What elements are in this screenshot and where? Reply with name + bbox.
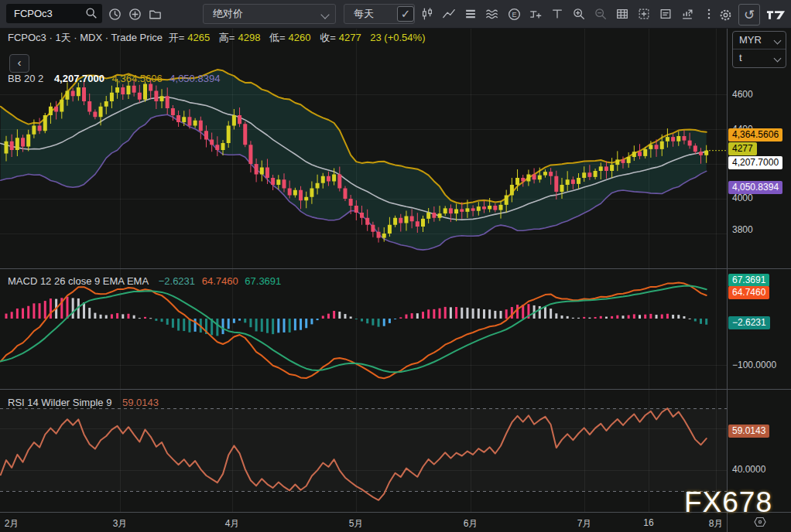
interval-label: 每天 xyxy=(354,8,374,19)
macd-signal-value: 67.3691 xyxy=(245,275,281,287)
close-value: 4277 xyxy=(339,32,361,43)
time-label: 6月 xyxy=(453,517,488,530)
price-badge: 4,207.7000 xyxy=(728,156,782,169)
time-label: 4月 xyxy=(214,517,250,530)
rsi-value: 59.0143 xyxy=(122,397,159,408)
chevron-down-icon xyxy=(774,55,782,63)
axis-unit-box: MYR t xyxy=(732,31,786,68)
unit-label: t xyxy=(739,52,742,63)
time-label: 3月 xyxy=(102,517,138,530)
axis-settings-icon[interactable] xyxy=(754,516,766,531)
toolbar-icon-strip: ✓E xyxy=(398,5,717,23)
currency-label: MYR xyxy=(739,34,762,46)
circled-e-icon[interactable]: E xyxy=(506,5,522,23)
macd-name[interactable]: MACD 12 26 close 9 EMA EMA xyxy=(8,275,149,287)
price-badge: 4,050.8394 xyxy=(728,181,782,194)
price-mode-label: 绝对价 xyxy=(213,8,243,19)
macd-hist-value: −2.6231 xyxy=(159,275,195,287)
layout-folder-icon[interactable] xyxy=(146,5,164,23)
macd-legend: MACD 12 26 close 9 EMA EMA −2.6231 64.74… xyxy=(8,275,281,287)
rsi-legend: RSI 14 Wilder Simple 9 59.0143 xyxy=(8,397,159,408)
gear-icon[interactable] xyxy=(718,5,733,25)
change-value: 23 (+0.54%) xyxy=(370,32,425,43)
price-mode-dropdown[interactable]: 绝对价 xyxy=(203,4,336,24)
table-icon[interactable] xyxy=(615,5,630,23)
time-label: 16 xyxy=(631,517,666,528)
price-badge: 67.3691 xyxy=(728,274,769,287)
bb-basis-value: 4,207.7000 xyxy=(54,73,104,84)
toolbar-right-group: ↺ xyxy=(718,4,786,26)
screenshot-icon[interactable] xyxy=(636,5,652,23)
high-label: 高= xyxy=(219,32,235,43)
close-label: 收= xyxy=(320,32,336,43)
currency-selector[interactable]: MYR xyxy=(733,32,786,49)
symbol-text: FCPOc3 xyxy=(14,8,53,19)
candlestick-icon[interactable] xyxy=(419,5,435,23)
collapse-legend-button[interactable]: ‹ xyxy=(9,54,29,73)
bb-legend: BB 20 2 4,207.7000 4,364.5606 4,050.8394 xyxy=(8,73,220,84)
chevron-down-icon xyxy=(320,10,329,19)
time-label: 7月 xyxy=(567,517,602,530)
top-toolbar: FCPOc3 绝对价 每天 ✓E ↺ xyxy=(0,0,791,29)
main-legend: FCPOc3 · 1天 · MDX · Trade Price 开=4265 高… xyxy=(8,31,431,45)
price-badge: 64.7460 xyxy=(728,286,769,299)
kebab-icon[interactable] xyxy=(701,5,717,23)
undo-icon[interactable]: ↺ xyxy=(738,4,760,26)
zoom-in-icon[interactable] xyxy=(571,5,587,23)
chart-export-icon[interactable] xyxy=(680,5,695,23)
waves-icon[interactable] xyxy=(485,5,500,23)
zoom-out-icon[interactable] xyxy=(593,5,608,23)
bb-lower-value: 4,050.8394 xyxy=(170,73,220,84)
compare-icon[interactable] xyxy=(441,5,457,23)
bars-icon[interactable] xyxy=(463,5,478,23)
price-badge: 4,364.5606 xyxy=(728,128,782,142)
time-label: 2月 xyxy=(0,517,29,530)
chevron-down-icon xyxy=(774,37,782,45)
history-clock-icon[interactable] xyxy=(105,5,124,23)
open-label: 开= xyxy=(169,32,185,43)
unit-selector[interactable]: t xyxy=(733,49,786,66)
compare-add-icon[interactable] xyxy=(125,5,144,23)
open-value: 4265 xyxy=(187,32,210,43)
window-icon[interactable] xyxy=(658,5,673,23)
macd-line-value: 64.7460 xyxy=(202,275,238,287)
bb-name[interactable]: BB 20 2 xyxy=(8,73,43,84)
symbol-search-input[interactable]: FCPOc3 xyxy=(6,4,102,23)
alert-icon[interactable] xyxy=(528,5,543,23)
time-label: 5月 xyxy=(338,517,374,530)
price-badge: 59.0143 xyxy=(728,425,769,438)
symbol-title[interactable]: FCPOc3 · 1天 · MDX · Trade Price xyxy=(8,32,163,43)
bb-upper-value: 4,364.5606 xyxy=(112,73,163,84)
high-value: 4298 xyxy=(238,32,260,43)
search-icon xyxy=(84,6,98,26)
price-badge: 4277 xyxy=(728,142,757,155)
tradingview-logo[interactable] xyxy=(765,5,786,25)
low-label: 低= xyxy=(269,32,286,43)
trading-platform: { "toolbar": { "symbol": "FCPOc3", "pric… xyxy=(0,0,791,532)
low-value: 4260 xyxy=(289,32,311,43)
price-badge: −2.6231 xyxy=(728,316,770,329)
svg-text:E: E xyxy=(512,10,516,18)
text-icon[interactable] xyxy=(550,5,565,23)
time-label: 8月 xyxy=(698,517,734,530)
check-icon[interactable]: ✓ xyxy=(398,5,413,23)
rsi-name[interactable]: RSI 14 Wilder Simple 9 xyxy=(8,397,111,408)
